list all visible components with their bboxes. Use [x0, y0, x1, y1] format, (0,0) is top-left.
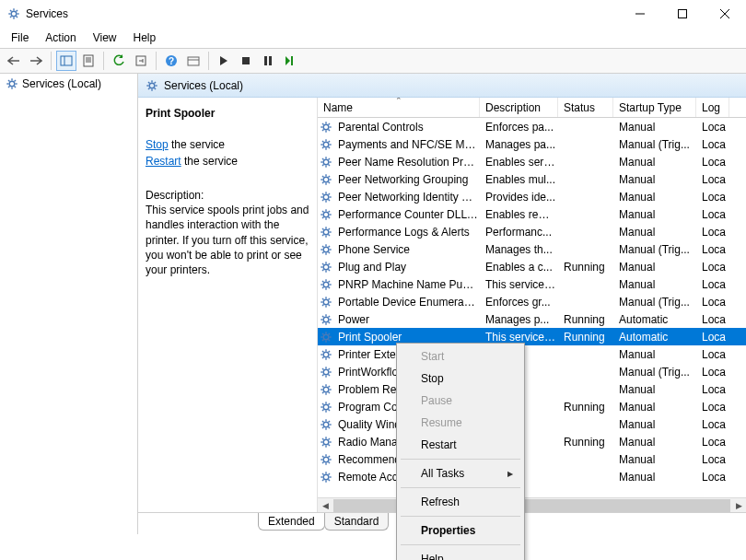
tree-pane: Services (Local) — [0, 74, 138, 534]
cell-logon: Loca — [698, 208, 731, 221]
svg-rect-26 — [269, 56, 272, 65]
cell-name: Phone Service — [334, 243, 482, 256]
show-hide-tree-button[interactable] — [56, 51, 76, 71]
ctx-refresh[interactable]: Refresh — [399, 491, 522, 513]
table-row[interactable]: Problem Repce ...ManualLoca — [318, 380, 746, 398]
ctx-all-tasks[interactable]: All Tasks — [399, 462, 522, 484]
restart-link[interactable]: Restart — [146, 155, 181, 168]
scroll-thumb[interactable] — [333, 499, 730, 512]
service-list[interactable]: Parental ControlsEnforces pa...ManualLoc… — [318, 118, 746, 497]
cell-logon: Loca — [698, 453, 731, 466]
scroll-right-icon[interactable]: ▶ — [731, 498, 746, 513]
cell-startup: Manual (Trig... — [615, 296, 698, 309]
table-row[interactable]: Parental ControlsEnforces pa...ManualLoc… — [318, 118, 746, 135]
cell-desc: Manages pa... — [482, 138, 560, 151]
menu-action[interactable]: Action — [38, 29, 83, 46]
back-button[interactable] — [4, 51, 24, 71]
start-service-button[interactable] — [214, 51, 234, 71]
restart-service-button[interactable] — [280, 51, 300, 71]
properties-button[interactable] — [78, 51, 99, 71]
table-row[interactable]: PNRP Machine Name Publi...This service .… — [318, 275, 746, 293]
cell-logon: Loca — [698, 313, 731, 326]
tab-standard[interactable]: Standard — [324, 513, 390, 531]
ctx-help[interactable]: Help — [399, 548, 522, 560]
description-text: This service spools print jobs and handl… — [146, 203, 309, 277]
col-logon[interactable]: Log — [696, 98, 729, 117]
cell-status: Running — [560, 401, 615, 414]
ctx-resume: Resume — [399, 412, 522, 434]
table-row[interactable]: PowerManages p...RunningAutomaticLoca — [318, 310, 746, 328]
cell-startup: Manual — [615, 226, 698, 239]
table-row[interactable]: Portable Device Enumerator...Enforces gr… — [318, 293, 746, 310]
ctx-restart[interactable]: Restart — [399, 434, 522, 456]
ctx-stop[interactable]: Stop — [399, 368, 522, 390]
help-button[interactable]: ? — [161, 51, 181, 71]
cell-logon: Loca — [698, 243, 731, 256]
table-row[interactable]: PrintWorkfloce ...Manual (Trig...Loca — [318, 363, 746, 380]
scroll-left-icon[interactable]: ◀ — [318, 498, 332, 513]
gear-icon — [6, 77, 18, 90]
selected-service-name: Print Spooler — [146, 107, 309, 120]
cell-desc: This service ... — [482, 331, 560, 344]
col-startup[interactable]: Startup Type — [613, 98, 696, 117]
minimize-button[interactable] — [619, 0, 661, 28]
export-button[interactable] — [131, 51, 151, 71]
cell-startup: Manual — [615, 471, 698, 484]
cell-logon: Loca — [698, 471, 731, 484]
table-row[interactable]: Radio Managna...RunningManualLoca — [318, 433, 746, 450]
cell-startup: Manual — [615, 191, 698, 204]
ctx-properties[interactable]: Properties — [399, 519, 522, 542]
gear-icon — [320, 418, 332, 431]
close-button[interactable] — [704, 0, 746, 28]
col-name[interactable]: Name — [318, 98, 480, 117]
table-row[interactable]: Performance Logs & AlertsPerformanc...Ma… — [318, 223, 746, 240]
pause-service-button[interactable] — [258, 51, 278, 71]
menu-help[interactable]: Help — [126, 29, 164, 46]
cell-startup: Manual (Trig... — [615, 366, 698, 379]
svg-rect-24 — [242, 57, 250, 64]
table-row[interactable]: Printer Extence ...ManualLoca — [318, 345, 746, 363]
cell-startup: Manual — [615, 208, 698, 221]
gear-icon — [320, 453, 332, 466]
cell-name: Print Spooler — [334, 331, 482, 344]
menu-file[interactable]: File — [4, 29, 36, 46]
col-status[interactable]: Status — [558, 98, 613, 117]
ctx-start: Start — [399, 345, 522, 368]
menubar: File Action View Help — [0, 28, 746, 48]
cell-logon: Loca — [698, 226, 731, 239]
horizontal-scrollbar[interactable]: ◀ ▶ — [318, 497, 746, 512]
table-row[interactable]: Quality Wind/in...ManualLoca — [318, 415, 746, 433]
table-row[interactable]: Recommendco...ManualLoca — [318, 450, 746, 468]
cell-logon: Loca — [698, 436, 731, 449]
table-row[interactable]: Peer Name Resolution Prot...Enables serv… — [318, 153, 746, 170]
table-row[interactable]: Phone ServiceManages th...Manual (Trig..… — [318, 240, 746, 258]
cell-logon: Loca — [698, 121, 731, 134]
forward-button[interactable] — [26, 51, 46, 71]
tree-root-item[interactable]: Services (Local) — [2, 76, 135, 92]
col-description[interactable]: Description — [480, 98, 558, 117]
menu-view[interactable]: View — [86, 29, 124, 46]
cell-startup: Manual — [615, 121, 698, 134]
table-row[interactable]: Performance Counter DLL ...Enables rem..… — [318, 205, 746, 223]
table-row[interactable]: Program Coce ...RunningManualLoca — [318, 398, 746, 415]
table-row[interactable]: Plug and PlayEnables a c...RunningManual… — [318, 258, 746, 275]
maximize-button[interactable] — [661, 0, 704, 28]
toolbar-button-extra[interactable] — [183, 51, 204, 71]
gear-icon — [320, 471, 332, 484]
stop-service-button[interactable] — [236, 51, 256, 71]
cell-logon: Loca — [698, 348, 731, 361]
refresh-button[interactable] — [109, 51, 129, 71]
tab-extended[interactable]: Extended — [258, 513, 325, 531]
cell-logon: Loca — [698, 331, 731, 344]
table-row[interactable]: Remote Accco...ManualLoca — [318, 468, 746, 485]
table-row[interactable]: Payments and NFC/SE Man...Manages pa...M… — [318, 135, 746, 153]
cell-startup: Automatic — [615, 331, 698, 344]
table-row[interactable]: Peer Networking GroupingEnables mul...Ma… — [318, 170, 746, 188]
main-header-title: Services (Local) — [164, 79, 243, 92]
table-row[interactable]: Print SpoolerThis service ...RunningAuto… — [318, 328, 746, 345]
cell-name: Portable Device Enumerator... — [334, 296, 482, 309]
stop-link[interactable]: Stop — [146, 138, 169, 151]
table-row[interactable]: Peer Networking Identity M...Provides id… — [318, 188, 746, 205]
cell-name: Peer Networking Identity M... — [334, 191, 482, 204]
cell-desc: Performanc... — [482, 226, 560, 239]
